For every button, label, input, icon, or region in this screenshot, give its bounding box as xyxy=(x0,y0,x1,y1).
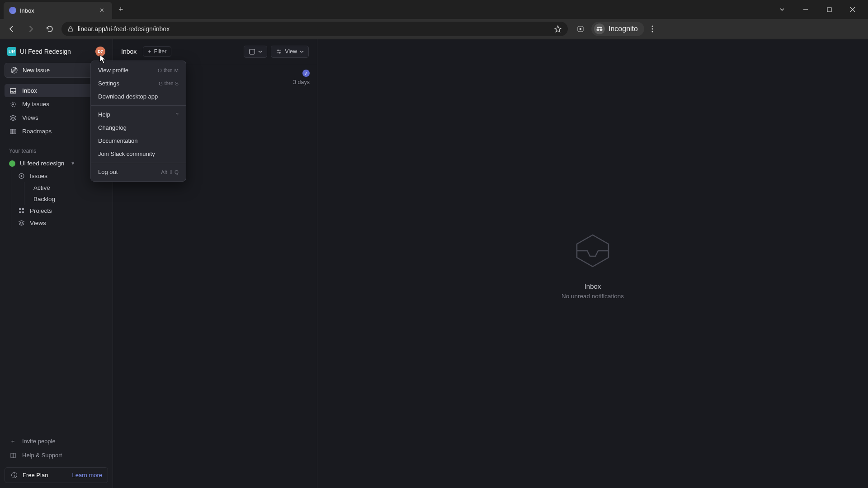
menu-logout[interactable]: Log out Alt ⇧ Q xyxy=(91,165,186,178)
menu-help[interactable]: Help ? xyxy=(91,108,186,121)
main-area: Inbox + Filter View xyxy=(113,39,868,488)
chevron-down-icon: ▼ xyxy=(71,161,75,166)
filter-button[interactable]: + Filter xyxy=(143,46,171,57)
svg-point-30 xyxy=(279,52,281,54)
done-status-icon: ✓ xyxy=(302,70,310,77)
team-views[interactable]: Views xyxy=(11,217,108,229)
shortcut: G then S xyxy=(159,81,179,86)
nav-inbox-label: Inbox xyxy=(22,87,37,94)
empty-inbox-icon xyxy=(570,228,615,273)
free-plan-banner[interactable]: Free Plan Learn more xyxy=(5,467,108,483)
empty-title: Inbox xyxy=(585,282,601,290)
svg-point-17 xyxy=(21,175,23,177)
info-icon xyxy=(10,471,18,479)
team-projects-label: Projects xyxy=(30,207,52,214)
minimize-icon[interactable] xyxy=(796,3,816,16)
bookmark-icon[interactable] xyxy=(554,25,561,33)
menu-documentation[interactable]: Documentation xyxy=(91,134,186,147)
incognito-badge[interactable]: Incognito xyxy=(591,22,644,36)
tab-title: Inbox xyxy=(20,7,94,14)
empty-subtitle: No unread notifications xyxy=(561,293,624,300)
svg-rect-1 xyxy=(827,8,831,12)
nav-my-issues-label: My issues xyxy=(22,101,49,108)
detail-panel: Inbox No unread notifications xyxy=(317,39,868,488)
menu-download-app[interactable]: Download desktop app xyxy=(91,90,186,103)
menu-settings[interactable]: Settings G then S xyxy=(91,77,186,90)
tab-search-icon[interactable] xyxy=(772,3,792,16)
svg-rect-15 xyxy=(14,129,16,134)
display-options-button[interactable] xyxy=(244,46,267,58)
menu-changelog[interactable]: Changelog xyxy=(91,121,186,134)
close-tab-icon[interactable]: × xyxy=(97,5,107,15)
user-avatar[interactable]: D7 xyxy=(95,47,105,56)
back-button[interactable] xyxy=(5,22,19,36)
kebab-menu-icon[interactable] xyxy=(651,25,653,33)
linear-favicon xyxy=(9,7,16,14)
team-issues-sub: Active Backlog xyxy=(24,182,108,205)
sliders-icon xyxy=(276,48,282,55)
url-text: linear.app/ui-feed-redesign/inbox xyxy=(78,25,170,33)
team-active[interactable]: Active xyxy=(24,182,108,193)
address-bar[interactable]: linear.app/ui-feed-redesign/inbox xyxy=(61,22,568,36)
svg-point-7 xyxy=(651,26,653,27)
invite-people[interactable]: + Invite people xyxy=(5,435,108,448)
svg-rect-4 xyxy=(580,28,581,30)
team-backlog[interactable]: Backlog xyxy=(24,193,108,205)
target-icon xyxy=(9,100,17,108)
svg-point-6 xyxy=(600,28,603,31)
window-controls xyxy=(772,3,868,16)
team-projects[interactable]: Projects xyxy=(11,205,108,217)
svg-rect-20 xyxy=(19,211,21,213)
layers-icon xyxy=(9,114,17,122)
inbox-title: Inbox xyxy=(121,48,137,55)
svg-rect-18 xyxy=(19,208,21,210)
workspace-switcher[interactable]: UR UI Feed Redesign D7 xyxy=(5,45,108,58)
maximize-icon[interactable] xyxy=(819,3,839,16)
menu-slack[interactable]: Join Slack community xyxy=(91,147,186,160)
layers-icon xyxy=(18,219,25,227)
menu-view-profile[interactable]: View profile O then M xyxy=(91,64,186,77)
plus-icon: + xyxy=(9,437,17,445)
svg-rect-2 xyxy=(69,28,73,32)
shortcut: ? xyxy=(176,112,179,117)
help-support[interactable]: Help & Support xyxy=(5,449,108,462)
nav-roadmaps-label: Roadmaps xyxy=(22,128,52,135)
split-icon xyxy=(249,48,255,55)
view-button[interactable]: View xyxy=(271,46,309,58)
team-issues-label: Issues xyxy=(30,173,47,179)
reload-button[interactable] xyxy=(42,22,57,36)
sidebar-bottom: + Invite people Help & Support Free Plan… xyxy=(5,435,108,483)
workspace-name: UI Feed Redesign xyxy=(20,48,71,55)
browser-chrome: Inbox × + linear.app/ui-feed-redesign/in… xyxy=(0,0,868,39)
svg-rect-13 xyxy=(10,129,12,134)
book-icon xyxy=(9,451,17,459)
close-window-icon[interactable] xyxy=(843,3,863,16)
workspace-badge: UR xyxy=(7,47,16,56)
team-views-label: Views xyxy=(30,220,46,226)
chevron-down-icon xyxy=(258,50,262,54)
svg-point-12 xyxy=(12,103,14,105)
plus-icon: + xyxy=(148,48,151,55)
projects-icon xyxy=(18,207,25,215)
free-plan-label: Free Plan xyxy=(23,472,48,479)
forward-button[interactable] xyxy=(24,22,38,36)
nav-views-label: Views xyxy=(22,114,38,121)
user-dropdown-menu: View profile O then M Settings G then S … xyxy=(90,61,186,182)
svg-point-5 xyxy=(597,28,599,31)
menu-divider xyxy=(91,105,186,106)
svg-point-29 xyxy=(278,50,279,51)
lock-icon xyxy=(68,26,73,32)
issues-icon xyxy=(18,172,25,180)
learn-more-link[interactable]: Learn more xyxy=(72,472,102,479)
new-tab-button[interactable]: + xyxy=(112,5,130,14)
tab-bar: Inbox × + xyxy=(0,0,868,19)
extensions-area: Incognito xyxy=(572,22,653,36)
svg-point-8 xyxy=(651,28,653,30)
svg-rect-14 xyxy=(12,129,14,134)
chevron-down-icon xyxy=(300,50,304,54)
svg-rect-21 xyxy=(22,211,24,213)
extensions-icon[interactable] xyxy=(577,25,584,33)
browser-tab[interactable]: Inbox × xyxy=(4,2,112,19)
svg-point-10 xyxy=(11,67,17,73)
url-bar: linear.app/ui-feed-redesign/inbox Incogn… xyxy=(0,19,868,39)
